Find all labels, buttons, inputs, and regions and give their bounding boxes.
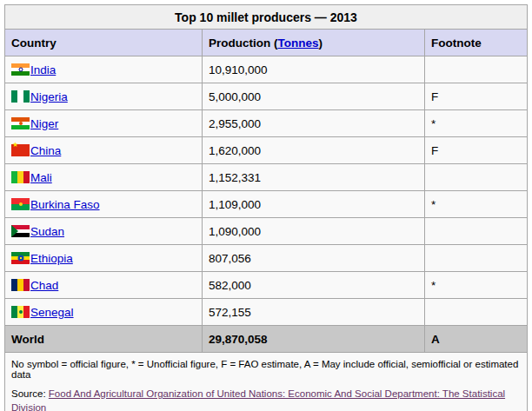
country-link[interactable]: Nigeria: [30, 90, 68, 103]
footnote-value: [425, 299, 528, 326]
millet-table-container: Top 10 millet producers — 2013 Country P…: [0, 0, 532, 411]
table-row: China 1,620,000 F: [5, 137, 528, 164]
table-row: Ethiopia 807,056: [5, 245, 528, 272]
sudan-flag-icon: [11, 225, 30, 237]
country-cell: Senegal: [5, 299, 203, 326]
production-header-suffix: ): [319, 36, 323, 50]
production-value: 1,620,000: [203, 137, 425, 164]
production-value: 1,152,331: [203, 164, 425, 191]
footnote-value: F: [425, 83, 528, 110]
footnote-value: F: [425, 137, 528, 164]
table-row: India 10,910,000: [5, 56, 528, 83]
production-value: 572,155: [203, 299, 425, 326]
nigeria-flag-icon: [11, 90, 30, 103]
column-header-production: Production (Tonnes): [203, 30, 425, 56]
column-header-country: Country: [5, 30, 203, 56]
senegal-flag-icon: [11, 306, 30, 318]
table-body: India 10,910,000 Nigeria 5,000,000 F Nig…: [5, 56, 528, 326]
burkina-faso-flag-icon: [11, 198, 30, 210]
country-link[interactable]: China: [30, 144, 61, 157]
footnote-value: [425, 164, 528, 191]
country-cell: Nigeria: [5, 83, 203, 110]
footnote-value: *: [425, 272, 528, 299]
source-label: Source:: [11, 388, 46, 399]
china-flag-icon: [11, 144, 30, 156]
page: { "title": "Top 10 millet producers — 20…: [0, 0, 532, 411]
table-row: Nigeria 5,000,000 F: [5, 83, 528, 110]
country-link[interactable]: Ethiopia: [30, 252, 73, 265]
country-link[interactable]: Niger: [30, 117, 58, 130]
country-link[interactable]: India: [30, 63, 56, 76]
production-value: 5,000,000: [203, 83, 425, 110]
world-label: World: [5, 326, 203, 353]
tonnes-link[interactable]: Tonnes: [278, 36, 319, 50]
source-cell: Source: Food And Agricultural Organizati…: [5, 384, 528, 411]
country-cell: China: [5, 137, 203, 164]
world-row: World 29,870,058 A: [5, 326, 528, 353]
footnote-value: *: [425, 191, 528, 218]
source-link[interactable]: Food And Agricultural Organization of Un…: [11, 388, 505, 411]
country-link[interactable]: Chad: [30, 279, 58, 292]
ethiopia-flag-icon: [11, 252, 30, 264]
table-row: Niger 2,955,000 *: [5, 110, 528, 137]
world-production-value: 29,870,058: [203, 326, 425, 353]
column-header-row: Country Production (Tonnes) Footnote: [5, 30, 528, 56]
table-row: Burkina Faso 1,109,000 *: [5, 191, 528, 218]
country-link[interactable]: Senegal: [30, 306, 74, 319]
table-title: Top 10 millet producers — 2013: [5, 5, 528, 30]
production-value: 1,090,000: [203, 218, 425, 245]
millet-producers-table: Top 10 millet producers — 2013 Country P…: [4, 4, 528, 411]
production-value: 582,000: [203, 272, 425, 299]
production-value: 10,910,000: [203, 56, 425, 83]
country-cell: Ethiopia: [5, 245, 203, 272]
country-link[interactable]: Mali: [30, 171, 52, 184]
production-value: 2,955,000: [203, 110, 425, 137]
niger-flag-icon: [11, 117, 30, 129]
footnote-legend: No symbol = official figure, * = Unoffic…: [5, 353, 528, 385]
footnote-value: [425, 245, 528, 272]
source-row: Source: Food And Agricultural Organizati…: [5, 384, 528, 411]
country-cell: India: [5, 56, 203, 83]
country-cell: Sudan: [5, 218, 203, 245]
country-link[interactable]: Sudan: [30, 225, 64, 238]
mali-flag-icon: [11, 171, 30, 183]
production-header-prefix: Production (: [209, 36, 278, 50]
country-cell: Niger: [5, 110, 203, 137]
production-value: 807,056: [203, 245, 425, 272]
title-row: Top 10 millet producers — 2013: [5, 5, 528, 30]
table-row: Chad 582,000 *: [5, 272, 528, 299]
chad-flag-icon: [11, 279, 30, 291]
india-flag-icon: [11, 63, 30, 76]
footnote-value: *: [425, 110, 528, 137]
country-cell: Mali: [5, 164, 203, 191]
table-row: Mali 1,152,331: [5, 164, 528, 191]
legend-row: No symbol = official figure, * = Unoffic…: [5, 353, 528, 385]
country-cell: Chad: [5, 272, 203, 299]
footnote-value: [425, 218, 528, 245]
table-row: Sudan 1,090,000: [5, 218, 528, 245]
country-cell: Burkina Faso: [5, 191, 203, 218]
production-value: 1,109,000: [203, 191, 425, 218]
footnote-value: [425, 56, 528, 83]
world-footnote-value: A: [425, 326, 528, 353]
table-row: Senegal 572,155: [5, 299, 528, 326]
country-link[interactable]: Burkina Faso: [30, 198, 100, 211]
column-header-footnote: Footnote: [425, 30, 528, 56]
